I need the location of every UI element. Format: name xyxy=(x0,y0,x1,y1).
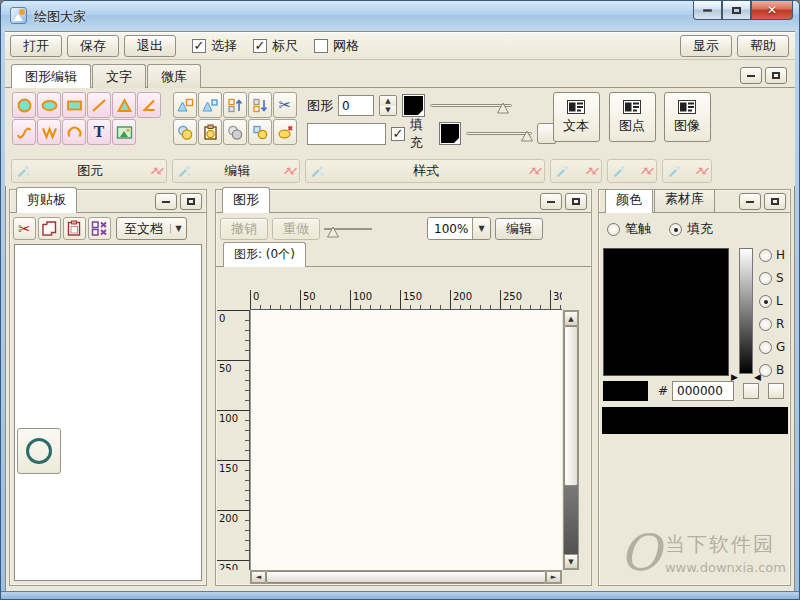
titlebar[interactable]: 绘图大家 ✕ xyxy=(1,1,800,31)
display-button[interactable]: 显示 xyxy=(680,35,732,57)
scroll-left-icon[interactable]: ◄ xyxy=(251,571,266,583)
value-gradient-bar[interactable] xyxy=(739,248,753,374)
window-maximize-button[interactable] xyxy=(722,1,751,20)
send-back-button[interactable] xyxy=(198,92,222,118)
horizontal-scrollbar-thumb[interactable] xyxy=(266,571,546,583)
arc-tool-button[interactable] xyxy=(62,119,86,145)
redo-button[interactable]: 重做 xyxy=(272,218,320,240)
triangle-tool-button[interactable] xyxy=(112,92,136,118)
point-panel-button[interactable]: 图点 xyxy=(609,92,656,142)
color-minimize-button[interactable] xyxy=(739,193,761,210)
to-document-dropdown[interactable]: 至文档 ▼ xyxy=(116,217,187,240)
image-panel-button[interactable]: 图像 xyxy=(664,92,711,142)
clipboard-cut-button[interactable]: ✂ xyxy=(13,217,36,240)
ribbon-minimize-button[interactable] xyxy=(740,67,762,84)
radio-icon[interactable] xyxy=(759,249,772,262)
scroll-down-icon[interactable]: ▼ xyxy=(564,554,578,569)
clipboard-clear-button[interactable] xyxy=(88,217,111,240)
grid-checkbox[interactable]: ✓ 网格 xyxy=(314,37,359,55)
channel-radio[interactable]: B xyxy=(759,363,785,377)
channel-radio[interactable]: H xyxy=(759,248,785,262)
color-option-button-1[interactable] xyxy=(743,383,759,399)
shapes-tab[interactable]: 图形 xyxy=(222,187,270,213)
clipboard-paste-button[interactable] xyxy=(63,217,86,240)
zoom-level-dropdown[interactable]: 100% ▼ xyxy=(427,217,491,240)
radio-icon[interactable] xyxy=(607,223,620,236)
select-checkbox[interactable]: ✓ 选择 xyxy=(192,37,237,55)
window-close-button[interactable]: ✕ xyxy=(751,1,793,20)
tab-micro-library[interactable]: 微库 xyxy=(147,64,201,88)
clipboard-restore-button[interactable] xyxy=(180,193,202,210)
material-library-tab[interactable]: 素材库 xyxy=(654,189,715,212)
drawing-canvas[interactable] xyxy=(250,310,562,570)
radio-icon[interactable] xyxy=(759,341,772,354)
stepper-up-icon[interactable]: ▲ xyxy=(380,96,396,106)
group-point-footer[interactable]: ↗↙ xyxy=(607,159,657,183)
wave-tool-button[interactable] xyxy=(37,119,61,145)
fill-opacity-slider[interactable] xyxy=(466,124,532,144)
layer-tab[interactable]: 图形: (0个) xyxy=(223,242,306,267)
current-color-swatch[interactable] xyxy=(603,381,648,401)
vertical-scrollbar-thumb[interactable] xyxy=(564,326,578,486)
dropdown-arrow-icon[interactable]: ▼ xyxy=(170,224,186,233)
fill-color-swatch[interactable] xyxy=(439,122,461,145)
help-button[interactable]: 帮助 xyxy=(737,35,789,57)
channel-radio[interactable]: S xyxy=(759,271,785,285)
angle-tool-button[interactable] xyxy=(137,92,161,118)
radio-icon[interactable] xyxy=(759,318,772,331)
clipboard-minimize-button[interactable] xyxy=(155,193,177,210)
scroll-up-icon[interactable]: ▲ xyxy=(564,311,578,326)
channel-radio[interactable]: L xyxy=(759,294,785,308)
dropdown-arrow-icon[interactable]: ▼ xyxy=(472,218,490,239)
undo-button[interactable]: 撤销 xyxy=(220,218,268,240)
color-field[interactable] xyxy=(603,248,729,376)
group-text-footer[interactable]: ↗↙ xyxy=(550,159,602,183)
ruler-checkbox[interactable]: ✓ 标尺 xyxy=(253,37,298,55)
stroke-color-swatch[interactable] xyxy=(402,94,425,117)
ruler-checkbox-box[interactable]: ✓ xyxy=(253,39,267,53)
ribbon-restore-button[interactable] xyxy=(765,67,787,84)
clipboard-tab[interactable]: 剪贴板 xyxy=(16,187,77,213)
clipboard-list[interactable] xyxy=(14,244,202,581)
color-tab[interactable]: 颜色 xyxy=(605,189,653,213)
radio-icon[interactable] xyxy=(669,223,682,236)
clipboard-copy-button[interactable] xyxy=(38,217,61,240)
fill-checkbox-box[interactable]: ✓ xyxy=(391,127,404,141)
channel-radio[interactable]: R xyxy=(759,317,785,331)
style-name-field[interactable] xyxy=(307,123,386,145)
delete-shape-button[interactable] xyxy=(273,119,297,145)
copy-style-button[interactable] xyxy=(223,119,247,145)
slider-thumb-icon[interactable] xyxy=(520,130,534,142)
group-image-footer[interactable]: ↗↙ xyxy=(662,159,712,183)
stepper-down-icon[interactable]: ▼ xyxy=(380,106,396,116)
color-option-button-2[interactable] xyxy=(768,383,784,399)
zoom-slider[interactable] xyxy=(324,219,372,239)
canvas-restore-button[interactable] xyxy=(565,193,587,210)
clipboard-item-circle[interactable] xyxy=(17,428,61,474)
ellipse-tool-button[interactable] xyxy=(37,92,61,118)
paste-button[interactable] xyxy=(198,119,222,145)
horizontal-scrollbar[interactable]: ◄ ► xyxy=(250,570,562,584)
move-up-button[interactable] xyxy=(223,92,247,118)
stroke-width-input[interactable] xyxy=(338,95,374,116)
exit-button[interactable]: 退出 xyxy=(124,35,176,57)
color-restore-button[interactable] xyxy=(764,193,786,210)
move-down-button[interactable] xyxy=(248,92,272,118)
radio-icon[interactable] xyxy=(759,295,772,308)
channel-radio[interactable]: G xyxy=(759,340,785,354)
bring-front-button[interactable] xyxy=(173,92,197,118)
group-edit-footer[interactable]: 编辑 ↗↙ xyxy=(172,159,300,183)
tab-text[interactable]: 文字 xyxy=(92,64,146,88)
radio-icon[interactable] xyxy=(759,272,772,285)
group-primitives-footer[interactable]: 图元 ↗↙ xyxy=(11,159,167,183)
cut-button[interactable]: ✂ xyxy=(273,92,297,118)
radio-icon[interactable] xyxy=(759,364,772,377)
text-tool-button[interactable]: T xyxy=(87,119,111,145)
hex-color-input[interactable] xyxy=(672,381,734,401)
rectangle-tool-button[interactable] xyxy=(62,92,86,118)
window-minimize-button[interactable] xyxy=(693,1,722,20)
line-tool-button[interactable] xyxy=(87,92,111,118)
paste-style-button[interactable] xyxy=(248,119,272,145)
select-checkbox-box[interactable]: ✓ xyxy=(192,39,206,53)
slider-thumb-icon[interactable] xyxy=(326,226,340,238)
